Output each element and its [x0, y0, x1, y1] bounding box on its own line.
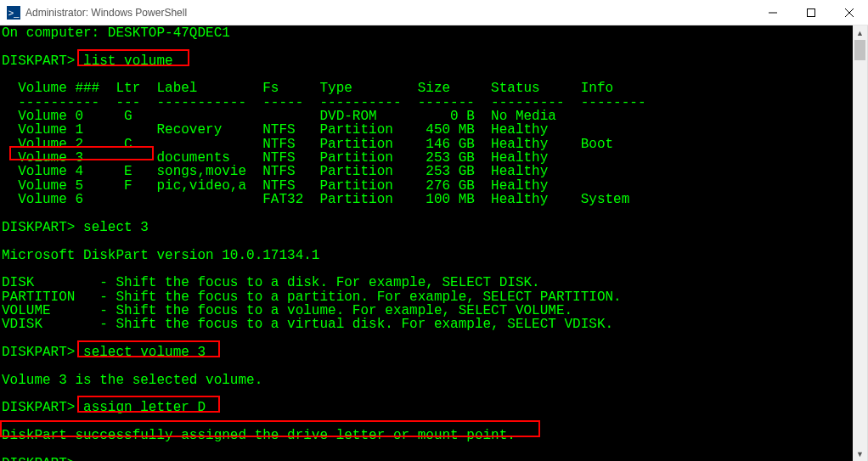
minimize-button[interactable] [753, 0, 792, 25]
line-cmd-select3: DISKPART> select 3 [2, 221, 851, 234]
table-row: Volume 1 Recovery NTFS Partition 450 MB … [2, 123, 851, 137]
help-partition: PARTITION - Shift the focus to a partiti… [2, 290, 851, 304]
table-header: Volume ### Ltr Label Fs Type Size Status… [2, 82, 851, 95]
svg-rect-1 [807, 8, 814, 16]
help-disk: DISK - Shift the focus to a disk. For ex… [2, 276, 851, 290]
table-row: Volume 2 C NTFS Partition 146 GB Healthy… [2, 138, 851, 151]
line-blank [2, 359, 851, 373]
help-vdisk: VDISK - Shift the focus to a virtual dis… [2, 318, 851, 331]
line-blank [2, 332, 851, 346]
line-version: Microsoft DiskPart version 10.0.17134.1 [2, 249, 851, 262]
line-blank [2, 206, 851, 220]
window-title: Administrator: Windows PowerShell [25, 7, 753, 19]
window-titlebar: >_ Administrator: Windows PowerShell [0, 0, 868, 25]
scrollbar-thumb[interactable] [854, 40, 865, 60]
line-blank [2, 262, 851, 276]
window-controls [753, 0, 868, 25]
line-selected: Volume 3 is the selected volume. [2, 374, 851, 387]
line-cmd-list: DISKPART> list volume [2, 54, 851, 68]
table-row: Volume 0 G DVD-ROM 0 B No Media [2, 110, 851, 123]
close-button[interactable] [830, 0, 868, 25]
line-success: DiskPart successfully assigned the drive… [2, 429, 851, 442]
powershell-icon: >_ [7, 6, 20, 20]
table-row: Volume 6 FAT32 Partition 100 MB Healthy … [2, 193, 851, 206]
vertical-scrollbar[interactable]: ▲ ▼ [853, 25, 867, 461]
table-row: Volume 4 E songs,movie NTFS Partition 25… [2, 165, 851, 178]
table-row: Volume 3 documents NTFS Partition 253 GB… [2, 151, 851, 165]
line-blank [2, 40, 851, 53]
line-blank [2, 387, 851, 401]
table-row: Volume 5 F pic,video,a NTFS Partition 27… [2, 179, 851, 193]
line-blank [2, 234, 851, 248]
line-cmd-selectvol: DISKPART> select volume 3 [2, 346, 851, 359]
table-divider: ---------- --- ----------- ----- -------… [2, 96, 851, 110]
line-computer: On computer: DESKTOP-47QDEC1 [2, 26, 851, 40]
line-blank [2, 442, 851, 456]
terminal-area[interactable]: On computer: DESKTOP-47QDEC1 DISKPART> l… [0, 25, 868, 461]
scroll-up-icon[interactable]: ▲ [853, 25, 867, 40]
line-blank [2, 415, 851, 429]
scroll-down-icon[interactable]: ▼ [853, 447, 867, 461]
help-volume: VOLUME - Shift the focus to a volume. Fo… [2, 304, 851, 318]
line-cmd-assign: DISKPART> assign letter D [2, 401, 851, 414]
line-blank [2, 68, 851, 82]
maximize-button[interactable] [792, 0, 830, 25]
terminal-content[interactable]: On computer: DESKTOP-47QDEC1 DISKPART> l… [0, 25, 853, 461]
line-prompt-empty: DISKPART> [2, 457, 851, 461]
